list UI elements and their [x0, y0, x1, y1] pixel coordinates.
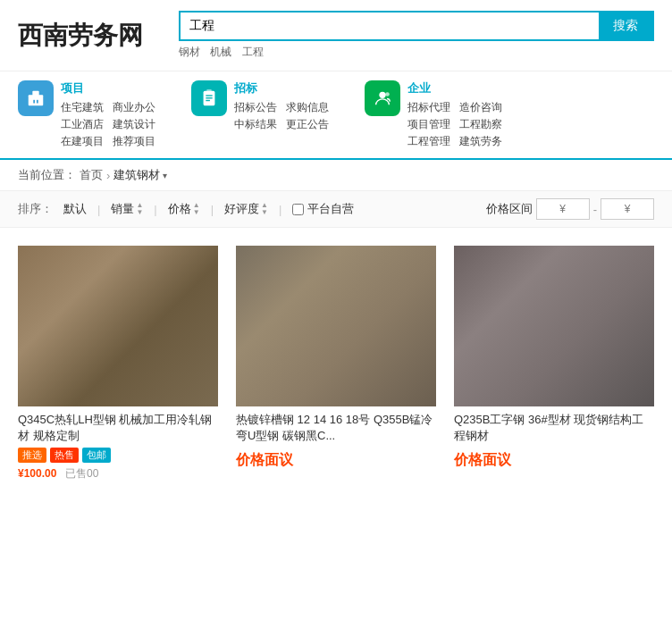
product-title-1: Q345C热轧LH型钢 机械加工用冷轧钢材 规格定制	[18, 412, 218, 444]
nav-link-cost-consult[interactable]: 造价咨询	[459, 100, 502, 115]
nav-item-enterprise[interactable]: 企业 招标代理 造价咨询 项目管理 工程勘察 工程管理 建筑劳务	[365, 80, 502, 149]
clipboard-icon	[191, 80, 227, 116]
sort-rating[interactable]: 好评度 ▲▼	[224, 201, 268, 217]
svg-rect-5	[206, 95, 212, 96]
platform-self-checkbox[interactable]	[292, 204, 304, 215]
price-fixed-1: ¥100.00	[18, 467, 56, 480]
product-price-1: ¥100.00 已售00	[18, 466, 218, 481]
sort-arrows-rating: ▲▼	[261, 202, 268, 216]
building-icon	[18, 80, 54, 116]
enterprise-icon	[365, 80, 400, 116]
nav-link-industrial[interactable]: 工业酒店	[61, 117, 104, 132]
svg-rect-0	[29, 95, 44, 105]
product-card-1[interactable]: Q345C热轧LH型钢 机械加工用冷轧钢材 规格定制 推选 热售 包邮 ¥100…	[18, 246, 218, 481]
nav-bar: 项目 住宅建筑 商业办公 工业酒店 建筑设计 在建项目 推荐项目 招标	[0, 71, 672, 160]
svg-rect-1	[32, 91, 38, 96]
nav-link-construction[interactable]: 建筑劳务	[459, 134, 502, 149]
nav-link-purchase[interactable]: 求购信息	[286, 100, 329, 115]
sort-label: 排序：	[18, 201, 53, 217]
product-image-3	[454, 246, 654, 406]
nav-link-survey[interactable]: 工程勘察	[459, 117, 502, 132]
product-title-2: 热镀锌槽钢 12 14 16 18号 Q355B锰冷弯U型钢 碳钢黑C...	[236, 412, 436, 444]
breadcrumb-label: 当前位置：	[18, 167, 76, 183]
nav-link-proj-mgmt[interactable]: 项目管理	[407, 117, 450, 132]
nav-links-bidding: 招标 招标公告 求购信息 中标结果 更正公告	[234, 80, 329, 132]
sort-default[interactable]: 默认	[63, 201, 87, 217]
nav-item-bidding[interactable]: 招标 招标公告 求购信息 中标结果 更正公告	[191, 80, 329, 149]
svg-rect-8	[206, 89, 212, 92]
nav-link-ongoing[interactable]: 在建项目	[61, 134, 104, 149]
platform-self-text: 平台自营	[307, 201, 354, 217]
tag-mail: 包邮	[82, 448, 111, 463]
sort-sales[interactable]: 销量 ▲▼	[111, 201, 143, 217]
nav-label-bidding[interactable]: 招标	[234, 80, 329, 96]
logo[interactable]: 西南劳务网	[18, 19, 143, 53]
breadcrumb: 当前位置： 首页 › 建筑钢材 ▾	[0, 160, 672, 191]
nav-links-grid-bidding: 招标公告 求购信息 中标结果 更正公告	[234, 100, 329, 132]
sort-arrows-price: ▲▼	[193, 202, 200, 216]
nav-link-residential[interactable]: 住宅建筑	[61, 100, 104, 115]
nav-links-grid-project: 住宅建筑 商业办公 工业酒店 建筑设计 在建项目 推荐项目	[61, 100, 155, 149]
product-image-2	[236, 246, 436, 406]
products-grid: Q345C热轧LH型钢 机械加工用冷轧钢材 规格定制 推选 热售 包邮 ¥100…	[0, 228, 672, 499]
nav-links-project: 项目 住宅建筑 商业办公 工业酒店 建筑设计 在建项目 推荐项目	[61, 80, 155, 149]
nav-item-project[interactable]: 项目 住宅建筑 商业办公 工业酒店 建筑设计 在建项目 推荐项目	[18, 80, 155, 149]
nav-links-enterprise: 企业 招标代理 造价咨询 项目管理 工程勘察 工程管理 建筑劳务	[407, 80, 502, 149]
product-tags-1: 推选 热售 包邮	[18, 448, 218, 463]
nav-label-project[interactable]: 项目	[61, 80, 155, 96]
price-max-input[interactable]	[601, 198, 654, 220]
search-input[interactable]	[181, 13, 599, 39]
nav-link-bid-notice[interactable]: 招标公告	[234, 100, 277, 115]
svg-rect-2	[33, 100, 35, 104]
nav-link-recommended[interactable]: 推荐项目	[113, 134, 155, 149]
nav-link-bid-agency[interactable]: 招标代理	[407, 100, 450, 115]
sort-bar: 排序： 默认 | 销量 ▲▼ | 价格 ▲▼ | 好评度 ▲▼ | 平台自营 价…	[0, 191, 672, 228]
search-hint-engineering[interactable]: 工程	[242, 46, 264, 58]
breadcrumb-home[interactable]: 首页	[80, 167, 103, 183]
sort-price[interactable]: 价格 ▲▼	[168, 201, 200, 217]
price-range: 价格区间 -	[486, 198, 654, 220]
search-hints: 钢材 机械 工程	[179, 45, 654, 60]
price-sold-1: 已售00	[65, 467, 98, 480]
search-hint-machine[interactable]: 机械	[210, 46, 231, 58]
nav-label-enterprise[interactable]: 企业	[407, 80, 502, 96]
nav-link-bid-result[interactable]: 中标结果	[234, 117, 277, 132]
price-range-label: 价格区间	[486, 201, 533, 217]
breadcrumb-current[interactable]: 建筑钢材 ▾	[113, 167, 167, 183]
sort-arrows-sales: ▲▼	[136, 202, 143, 216]
svg-rect-3	[37, 100, 38, 104]
header: 西南劳务网 搜索 钢材 机械 工程	[0, 0, 672, 71]
tag-recommended: 推选	[18, 448, 46, 463]
svg-point-9	[379, 92, 385, 98]
chevron-down-icon: ▾	[163, 171, 167, 180]
breadcrumb-separator: ›	[106, 169, 110, 182]
price-range-separator: -	[593, 203, 597, 216]
svg-rect-7	[206, 100, 210, 101]
search-button[interactable]: 搜索	[599, 13, 652, 39]
search-area: 搜索 钢材 机械 工程	[179, 11, 654, 60]
nav-link-eng-mgmt[interactable]: 工程管理	[407, 134, 450, 149]
svg-rect-6	[206, 97, 212, 98]
product-image-1	[18, 246, 218, 406]
svg-point-10	[385, 92, 390, 96]
nav-links-grid-enterprise: 招标代理 造价咨询 项目管理 工程勘察 工程管理 建筑劳务	[407, 100, 502, 149]
breadcrumb-category: 建筑钢材	[113, 167, 160, 183]
nav-link-commercial[interactable]: 商业办公	[113, 100, 155, 115]
search-hint-steel[interactable]: 钢材	[179, 46, 200, 58]
product-card-2[interactable]: 热镀锌槽钢 12 14 16 18号 Q355B锰冷弯U型钢 碳钢黑C... 价…	[236, 246, 436, 481]
price-negotiable-2: 价格面议	[236, 452, 293, 467]
price-min-input[interactable]	[536, 198, 590, 220]
nav-link-design[interactable]: 建筑设计	[113, 117, 155, 132]
product-card-3[interactable]: Q235B工字钢 36#型材 现货钢结构工程钢材 价格面议	[454, 246, 654, 481]
product-title-3: Q235B工字钢 36#型材 现货钢结构工程钢材	[454, 412, 654, 444]
nav-link-correction[interactable]: 更正公告	[286, 117, 329, 132]
product-price-2: 价格面议	[236, 451, 436, 470]
product-price-3: 价格面议	[454, 451, 654, 470]
price-negotiable-3: 价格面议	[454, 452, 511, 467]
platform-self-label[interactable]: 平台自营	[292, 201, 354, 217]
tag-hot: 热售	[50, 448, 79, 463]
search-box: 搜索	[179, 11, 654, 41]
